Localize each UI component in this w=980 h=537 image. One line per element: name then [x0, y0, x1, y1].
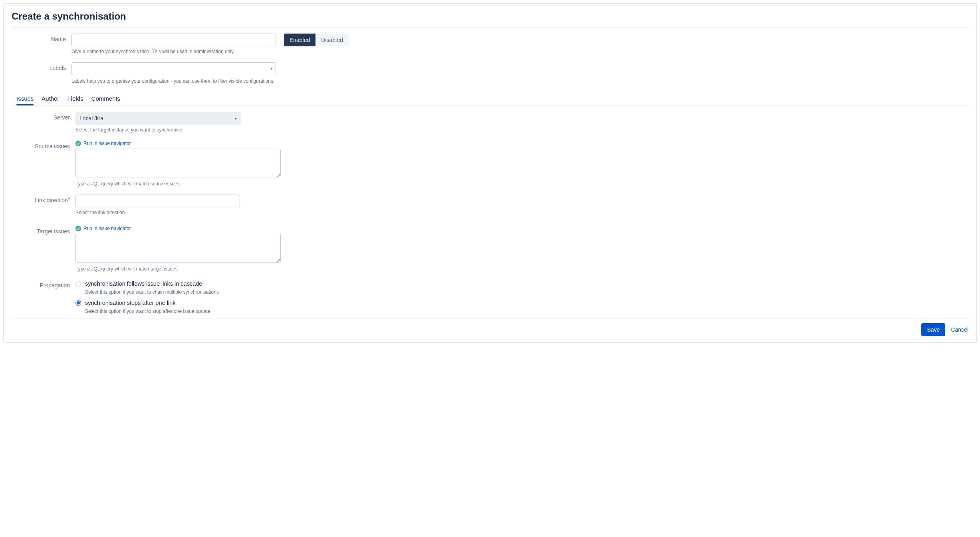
labels-label: Labels — [12, 62, 71, 71]
server-label: Server — [16, 112, 75, 121]
row-name: Name Enabled Disabled Give a name to you… — [12, 34, 968, 60]
enabled-button[interactable]: Enabled — [284, 34, 315, 46]
server-help: Select the target instance you want to s… — [75, 127, 968, 133]
labels-dropdown-toggle[interactable] — [267, 63, 276, 75]
propagation-option-stop[interactable]: synchronisation stops after one link — [75, 300, 968, 306]
target-nav-line: Run in issue navigator — [75, 226, 968, 231]
form-footer: Save Cancel — [12, 318, 968, 336]
propagation-cascade-help: Select this option if you want to chain … — [85, 289, 968, 295]
name-input[interactable] — [71, 34, 276, 46]
target-help: Type a JQL query which will match target… — [75, 266, 968, 272]
tab-comments[interactable]: Comments — [91, 93, 121, 105]
radio-unchecked-icon[interactable] — [75, 281, 81, 286]
labels-help: Labels help you to organise your configu… — [71, 78, 968, 84]
source-run-navigator-link[interactable]: Run in issue navigator — [83, 141, 131, 146]
row-link-direction: Link direction* Select the link directio… — [16, 195, 968, 223]
status-toggle: Enabled Disabled — [284, 34, 349, 46]
target-jql-textarea[interactable] — [75, 234, 281, 263]
propagation-stop-label: synchronisation stops after one link — [85, 300, 176, 306]
link-direction-label: Link direction* — [16, 195, 75, 203]
link-direction-body: Select the link direction — [75, 195, 968, 223]
cancel-button[interactable]: Cancel — [951, 326, 968, 333]
source-body: Run in issue navigator Type a JQL query … — [75, 141, 968, 192]
propagation-label: Propagation — [16, 280, 75, 288]
propagation-body: synchronisation follows issue links in c… — [75, 280, 968, 316]
tab-author[interactable]: Author — [42, 93, 59, 105]
target-run-navigator-link[interactable]: Run in issue navigator — [83, 226, 131, 231]
labels-combobox[interactable] — [71, 62, 276, 75]
name-label: Name — [12, 34, 71, 42]
tab-issues[interactable]: Issues — [16, 93, 34, 105]
save-button[interactable]: Save — [921, 323, 945, 336]
name-body: Enabled Disabled Give a name to your syn… — [71, 34, 968, 60]
server-value: Local Jira — [79, 115, 103, 121]
propagation-stop-help: Select this option if you want to stop a… — [85, 308, 968, 314]
row-labels: Labels Labels help you to organise your … — [12, 62, 968, 90]
required-indicator: * — [68, 197, 70, 202]
row-server: Server Local Jira ▾ Select the target in… — [16, 112, 968, 138]
labels-body: Labels help you to organise your configu… — [71, 62, 968, 90]
server-body: Local Jira ▾ Select the target instance … — [75, 112, 968, 138]
propagation-cascade-label: synchronisation follows issue links in c… — [85, 280, 202, 287]
page-title: Create a synchronisation — [12, 9, 968, 28]
chevron-down-icon: ▾ — [235, 116, 237, 121]
source-nav-line: Run in issue navigator — [75, 141, 968, 146]
server-select[interactable]: Local Jira ▾ — [75, 112, 241, 125]
source-jql-textarea[interactable] — [75, 149, 281, 177]
create-synchronisation-page: Create a synchronisation Name Enabled Di… — [3, 3, 977, 343]
disabled-button[interactable]: Disabled — [315, 34, 348, 46]
name-help: Give a name to your synchronisation. Thi… — [71, 49, 968, 54]
source-label: Source issues — [16, 141, 75, 149]
tabs-bar: Issues Author Fields Comments — [12, 93, 968, 105]
tab-fields[interactable]: Fields — [67, 93, 83, 105]
target-label: Target issues — [16, 226, 75, 235]
target-body: Run in issue navigator Type a JQL query … — [75, 226, 968, 277]
row-target-issues: Target issues Run in issue navigator Typ… — [16, 226, 968, 277]
issues-tab-content: Server Local Jira ▾ Select the target in… — [12, 105, 968, 316]
source-help: Type a JQL query which will match source… — [75, 181, 968, 187]
check-circle-icon — [75, 141, 81, 146]
labels-combobox-body[interactable] — [72, 63, 267, 75]
link-direction-input[interactable] — [75, 195, 240, 207]
chevron-down-icon — [270, 68, 273, 70]
row-propagation: Propagation synchronisation follows issu… — [16, 280, 968, 316]
top-form: Name Enabled Disabled Give a name to you… — [12, 28, 968, 90]
link-direction-help: Select the link direction — [75, 210, 968, 215]
check-circle-icon — [75, 226, 81, 231]
radio-checked-icon[interactable] — [75, 300, 81, 306]
propagation-option-cascade[interactable]: synchronisation follows issue links in c… — [75, 280, 968, 287]
row-source-issues: Source issues Run in issue navigator Typ… — [16, 141, 968, 192]
